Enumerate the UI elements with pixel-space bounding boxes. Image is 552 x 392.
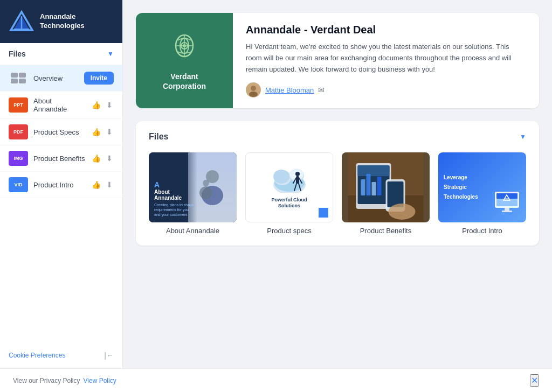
verdant-corp-label: Verdant Corporation [163, 72, 206, 91]
bottom-bar: View our Privacy Policy View Policy ✕ [0, 368, 552, 392]
svg-rect-24 [296, 176, 299, 184]
files-section-title: Files [149, 132, 168, 142]
privacy-policy-link[interactable]: View Policy [84, 377, 116, 384]
file-card-benefits-label: Product Benefits [360, 227, 411, 235]
contact-name[interactable]: Mattie Blooman [265, 86, 314, 94]
file-card-specs[interactable]: Powerful CloudSolutions Product specs [245, 152, 333, 235]
sidebar-item-overview-label: Overview [33, 74, 79, 82]
sidebar-item-specs[interactable]: PDF Product Specs 👍 ⬇ [0, 119, 122, 145]
file-card-about[interactable]: A About Annandale Creating plans to shap… [149, 152, 237, 235]
svg-rect-36 [361, 179, 365, 195]
download-button-about[interactable]: ⬇ [105, 100, 114, 110]
logo-text: Annandale Technologies [40, 12, 85, 31]
files-section-chevron-icon[interactable]: ▼ [520, 133, 526, 141]
download-button-intro[interactable]: ⬇ [105, 179, 114, 190]
files-chevron-icon[interactable]: ▼ [107, 50, 114, 58]
annandale-logo-icon [9, 9, 34, 34]
sidebar-footer: Cookie Preferences |← [0, 342, 122, 368]
like-button-benefits[interactable]: 👍 [91, 153, 102, 164]
deal-card: Verdant Corporation Annandale - Verdant … [136, 13, 539, 108]
verdant-logo-icon [167, 31, 202, 65]
svg-line-25 [293, 178, 296, 183]
files-grid: A About Annandale Creating plans to shap… [149, 152, 526, 235]
sidebar-item-benefits-label: Product Benefits [33, 155, 85, 163]
sidebar-item-about[interactable]: PPT About Annandale 👍 ⬇ [0, 92, 122, 119]
deal-title: Annandale - Verdant Deal [246, 24, 526, 36]
svg-point-40 [389, 204, 416, 220]
cookie-preferences-link[interactable]: Cookie Preferences [9, 352, 65, 359]
like-button-intro[interactable]: 👍 [91, 179, 102, 190]
sidebar-item-benefits-actions: 👍 ⬇ [91, 153, 114, 164]
svg-point-20 [273, 170, 289, 184]
specs-title: Powerful CloudSolutions [272, 197, 307, 209]
svg-line-27 [294, 184, 296, 191]
svg-point-16 [199, 186, 212, 199]
svg-point-11 [251, 86, 256, 91]
sidebar-logo: Annandale Technologies [0, 0, 122, 43]
files-section: Files ▼ [136, 121, 539, 246]
collapse-sidebar-button[interactable]: |← [104, 351, 114, 360]
svg-line-28 [299, 184, 301, 191]
deal-info: Annandale - Verdant Deal Hi Verdant team… [233, 13, 539, 108]
specs-dot [319, 208, 328, 218]
download-button-specs[interactable]: ⬇ [105, 127, 114, 137]
sidebar: Annandale Technologies Files ▼ Overview … [0, 0, 123, 368]
svg-rect-38 [372, 182, 376, 195]
svg-rect-37 [367, 174, 371, 195]
pdf-badge-icon: PDF [9, 124, 28, 139]
svg-point-15 [203, 180, 209, 186]
sidebar-item-about-label: About Annandale [33, 97, 85, 113]
sidebar-item-benefits[interactable]: IMG Product Benefits 👍 ⬇ [0, 145, 122, 172]
svg-point-12 [249, 92, 258, 97]
files-section-header: Files ▼ [149, 132, 526, 142]
svg-rect-35 [388, 181, 404, 207]
svg-rect-47 [502, 211, 512, 212]
svg-point-23 [295, 172, 300, 176]
sidebar-files-label: Files [9, 50, 26, 58]
deal-description: Hi Verdant team, we're excited to show y… [246, 41, 526, 75]
img-badge-icon: IMG [9, 151, 28, 166]
like-button-specs[interactable]: 👍 [91, 127, 102, 137]
svg-line-26 [299, 178, 302, 183]
deal-contact: Mattie Blooman ✉ [246, 82, 526, 97]
sidebar-item-specs-label: Product Specs [33, 128, 85, 136]
file-card-intro[interactable]: Leverage Strategic Technologies [438, 152, 526, 235]
file-thumb-about: A About Annandale Creating plans to shap… [149, 152, 237, 222]
privacy-text: View our Privacy Policy [13, 377, 80, 384]
sidebar-item-intro-actions: 👍 ⬇ [91, 179, 114, 190]
sidebar-item-specs-actions: 👍 ⬇ [91, 127, 114, 137]
sidebar-item-about-actions: 👍 ⬇ [91, 100, 114, 110]
svg-rect-33 [358, 165, 390, 176]
svg-rect-46 [505, 208, 509, 211]
like-button-about[interactable]: 👍 [91, 100, 102, 110]
contact-avatar [246, 82, 261, 97]
sidebar-item-intro-label: Product Intro [33, 181, 85, 189]
file-card-intro-label: Product Intro [462, 227, 502, 235]
deal-thumbnail: Verdant Corporation [136, 13, 233, 108]
sidebar-item-overview[interactable]: Overview Invite [0, 65, 122, 92]
invite-button[interactable]: Invite [84, 72, 114, 85]
sidebar-files-header: Files ▼ [0, 43, 122, 65]
vid-badge-icon: VID [9, 177, 28, 192]
main-content: Verdant Corporation Annandale - Verdant … [123, 0, 552, 368]
close-bottom-bar-button[interactable]: ✕ [530, 374, 539, 387]
download-button-benefits[interactable]: ⬇ [105, 153, 114, 164]
overview-badge-icon [9, 71, 28, 86]
file-card-about-label: About Annandale [166, 227, 219, 235]
file-card-benefits[interactable]: Product Benefits [342, 152, 430, 235]
mail-icon[interactable]: ✉ [318, 86, 325, 94]
sidebar-item-intro[interactable]: VID Product Intro 👍 ⬇ [0, 172, 122, 198]
file-thumb-specs: Powerful CloudSolutions [245, 152, 333, 222]
file-thumb-intro: Leverage Strategic Technologies [438, 152, 526, 222]
file-thumb-benefits [342, 152, 430, 222]
file-card-specs-label: Product specs [267, 227, 311, 235]
ppt-badge-icon: PPT [9, 97, 28, 113]
svg-rect-39 [377, 177, 382, 195]
